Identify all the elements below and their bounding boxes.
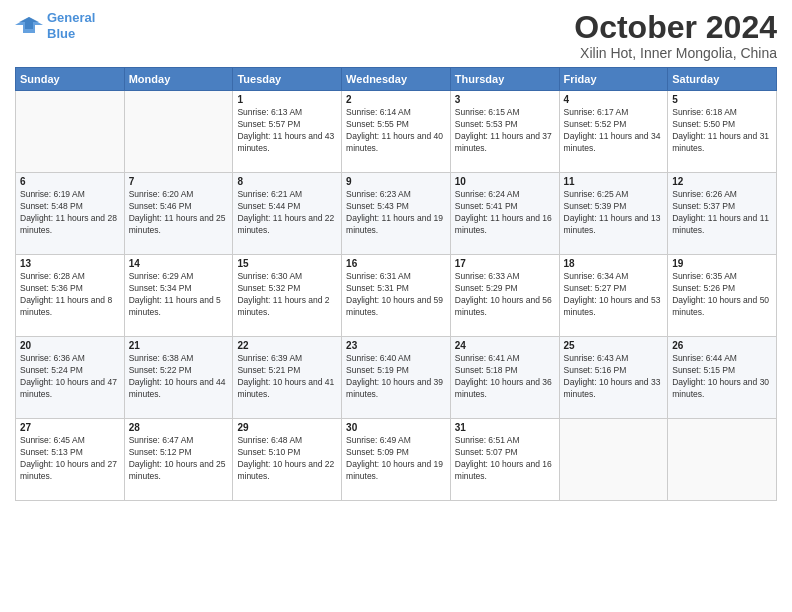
header-tuesday: Tuesday <box>233 68 342 91</box>
day-number: 7 <box>129 176 229 187</box>
logo-line2: Blue <box>47 26 75 41</box>
calendar-week-5: 27Sunrise: 6:45 AM Sunset: 5:13 PM Dayli… <box>16 419 777 501</box>
calendar-cell <box>124 91 233 173</box>
calendar-cell: 21Sunrise: 6:38 AM Sunset: 5:22 PM Dayli… <box>124 337 233 419</box>
day-number: 16 <box>346 258 446 269</box>
location: Xilin Hot, Inner Mongolia, China <box>574 45 777 61</box>
logo-line1: General <box>47 10 95 25</box>
day-number: 19 <box>672 258 772 269</box>
header-thursday: Thursday <box>450 68 559 91</box>
day-number: 25 <box>564 340 664 351</box>
header-saturday: Saturday <box>668 68 777 91</box>
day-info: Sunrise: 6:33 AM Sunset: 5:29 PM Dayligh… <box>455 271 555 319</box>
calendar-cell: 6Sunrise: 6:19 AM Sunset: 5:48 PM Daylig… <box>16 173 125 255</box>
calendar-week-1: 1Sunrise: 6:13 AM Sunset: 5:57 PM Daylig… <box>16 91 777 173</box>
day-number: 18 <box>564 258 664 269</box>
calendar-cell: 30Sunrise: 6:49 AM Sunset: 5:09 PM Dayli… <box>342 419 451 501</box>
day-info: Sunrise: 6:36 AM Sunset: 5:24 PM Dayligh… <box>20 353 120 401</box>
calendar-cell: 10Sunrise: 6:24 AM Sunset: 5:41 PM Dayli… <box>450 173 559 255</box>
day-info: Sunrise: 6:43 AM Sunset: 5:16 PM Dayligh… <box>564 353 664 401</box>
day-info: Sunrise: 6:25 AM Sunset: 5:39 PM Dayligh… <box>564 189 664 237</box>
day-number: 13 <box>20 258 120 269</box>
day-info: Sunrise: 6:18 AM Sunset: 5:50 PM Dayligh… <box>672 107 772 155</box>
day-info: Sunrise: 6:34 AM Sunset: 5:27 PM Dayligh… <box>564 271 664 319</box>
calendar-cell <box>668 419 777 501</box>
calendar-cell: 29Sunrise: 6:48 AM Sunset: 5:10 PM Dayli… <box>233 419 342 501</box>
calendar-week-3: 13Sunrise: 6:28 AM Sunset: 5:36 PM Dayli… <box>16 255 777 337</box>
calendar-cell: 14Sunrise: 6:29 AM Sunset: 5:34 PM Dayli… <box>124 255 233 337</box>
day-number: 2 <box>346 94 446 105</box>
day-info: Sunrise: 6:45 AM Sunset: 5:13 PM Dayligh… <box>20 435 120 483</box>
calendar-cell: 24Sunrise: 6:41 AM Sunset: 5:18 PM Dayli… <box>450 337 559 419</box>
calendar-cell <box>559 419 668 501</box>
calendar-cell: 20Sunrise: 6:36 AM Sunset: 5:24 PM Dayli… <box>16 337 125 419</box>
day-info: Sunrise: 6:51 AM Sunset: 5:07 PM Dayligh… <box>455 435 555 483</box>
calendar-cell: 22Sunrise: 6:39 AM Sunset: 5:21 PM Dayli… <box>233 337 342 419</box>
day-number: 17 <box>455 258 555 269</box>
day-number: 29 <box>237 422 337 433</box>
calendar-cell: 15Sunrise: 6:30 AM Sunset: 5:32 PM Dayli… <box>233 255 342 337</box>
header-wednesday: Wednesday <box>342 68 451 91</box>
day-info: Sunrise: 6:44 AM Sunset: 5:15 PM Dayligh… <box>672 353 772 401</box>
day-number: 8 <box>237 176 337 187</box>
logo-text: General Blue <box>47 10 95 41</box>
day-info: Sunrise: 6:38 AM Sunset: 5:22 PM Dayligh… <box>129 353 229 401</box>
calendar-cell: 4Sunrise: 6:17 AM Sunset: 5:52 PM Daylig… <box>559 91 668 173</box>
day-number: 20 <box>20 340 120 351</box>
day-number: 11 <box>564 176 664 187</box>
day-info: Sunrise: 6:15 AM Sunset: 5:53 PM Dayligh… <box>455 107 555 155</box>
day-info: Sunrise: 6:20 AM Sunset: 5:46 PM Dayligh… <box>129 189 229 237</box>
day-info: Sunrise: 6:21 AM Sunset: 5:44 PM Dayligh… <box>237 189 337 237</box>
day-info: Sunrise: 6:31 AM Sunset: 5:31 PM Dayligh… <box>346 271 446 319</box>
calendar-cell: 3Sunrise: 6:15 AM Sunset: 5:53 PM Daylig… <box>450 91 559 173</box>
day-info: Sunrise: 6:41 AM Sunset: 5:18 PM Dayligh… <box>455 353 555 401</box>
calendar-cell: 16Sunrise: 6:31 AM Sunset: 5:31 PM Dayli… <box>342 255 451 337</box>
calendar-cell: 5Sunrise: 6:18 AM Sunset: 5:50 PM Daylig… <box>668 91 777 173</box>
calendar-cell: 28Sunrise: 6:47 AM Sunset: 5:12 PM Dayli… <box>124 419 233 501</box>
day-number: 28 <box>129 422 229 433</box>
calendar-cell: 23Sunrise: 6:40 AM Sunset: 5:19 PM Dayli… <box>342 337 451 419</box>
day-info: Sunrise: 6:23 AM Sunset: 5:43 PM Dayligh… <box>346 189 446 237</box>
day-info: Sunrise: 6:29 AM Sunset: 5:34 PM Dayligh… <box>129 271 229 319</box>
calendar-cell: 2Sunrise: 6:14 AM Sunset: 5:55 PM Daylig… <box>342 91 451 173</box>
calendar-cell: 18Sunrise: 6:34 AM Sunset: 5:27 PM Dayli… <box>559 255 668 337</box>
day-info: Sunrise: 6:30 AM Sunset: 5:32 PM Dayligh… <box>237 271 337 319</box>
day-number: 27 <box>20 422 120 433</box>
day-info: Sunrise: 6:13 AM Sunset: 5:57 PM Dayligh… <box>237 107 337 155</box>
calendar-cell: 25Sunrise: 6:43 AM Sunset: 5:16 PM Dayli… <box>559 337 668 419</box>
title-block: October 2024 Xilin Hot, Inner Mongolia, … <box>574 10 777 61</box>
day-number: 6 <box>20 176 120 187</box>
calendar-cell: 26Sunrise: 6:44 AM Sunset: 5:15 PM Dayli… <box>668 337 777 419</box>
day-info: Sunrise: 6:35 AM Sunset: 5:26 PM Dayligh… <box>672 271 772 319</box>
calendar-cell: 27Sunrise: 6:45 AM Sunset: 5:13 PM Dayli… <box>16 419 125 501</box>
day-info: Sunrise: 6:24 AM Sunset: 5:41 PM Dayligh… <box>455 189 555 237</box>
month-title: October 2024 <box>574 10 777 45</box>
calendar-cell: 9Sunrise: 6:23 AM Sunset: 5:43 PM Daylig… <box>342 173 451 255</box>
day-number: 31 <box>455 422 555 433</box>
day-number: 1 <box>237 94 337 105</box>
day-info: Sunrise: 6:40 AM Sunset: 5:19 PM Dayligh… <box>346 353 446 401</box>
day-number: 15 <box>237 258 337 269</box>
calendar-cell: 1Sunrise: 6:13 AM Sunset: 5:57 PM Daylig… <box>233 91 342 173</box>
day-info: Sunrise: 6:49 AM Sunset: 5:09 PM Dayligh… <box>346 435 446 483</box>
calendar-header-row: Sunday Monday Tuesday Wednesday Thursday… <box>16 68 777 91</box>
header: General Blue October 2024 Xilin Hot, Inn… <box>15 10 777 61</box>
day-info: Sunrise: 6:47 AM Sunset: 5:12 PM Dayligh… <box>129 435 229 483</box>
day-info: Sunrise: 6:26 AM Sunset: 5:37 PM Dayligh… <box>672 189 772 237</box>
header-sunday: Sunday <box>16 68 125 91</box>
calendar-table: Sunday Monday Tuesday Wednesday Thursday… <box>15 67 777 501</box>
header-friday: Friday <box>559 68 668 91</box>
calendar-week-2: 6Sunrise: 6:19 AM Sunset: 5:48 PM Daylig… <box>16 173 777 255</box>
day-number: 10 <box>455 176 555 187</box>
day-info: Sunrise: 6:17 AM Sunset: 5:52 PM Dayligh… <box>564 107 664 155</box>
calendar-cell: 17Sunrise: 6:33 AM Sunset: 5:29 PM Dayli… <box>450 255 559 337</box>
logo: General Blue <box>15 10 95 41</box>
day-info: Sunrise: 6:48 AM Sunset: 5:10 PM Dayligh… <box>237 435 337 483</box>
day-number: 14 <box>129 258 229 269</box>
calendar-cell: 7Sunrise: 6:20 AM Sunset: 5:46 PM Daylig… <box>124 173 233 255</box>
calendar-cell: 19Sunrise: 6:35 AM Sunset: 5:26 PM Dayli… <box>668 255 777 337</box>
day-number: 23 <box>346 340 446 351</box>
calendar-cell <box>16 91 125 173</box>
calendar-cell: 11Sunrise: 6:25 AM Sunset: 5:39 PM Dayli… <box>559 173 668 255</box>
day-number: 26 <box>672 340 772 351</box>
